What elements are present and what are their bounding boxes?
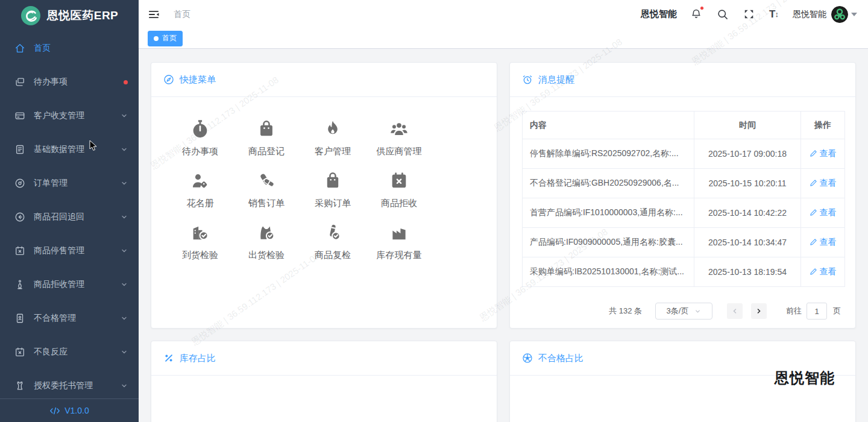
avatar[interactable]: [831, 6, 848, 23]
sidebar-item-label: 授权委托书管理: [34, 380, 121, 391]
quick-item-purchase-orders[interactable]: 采购订单: [300, 171, 366, 209]
chevron-down-icon: [121, 112, 128, 119]
rook-icon: [14, 380, 25, 391]
sidebar-item-label: 商品停售管理: [34, 245, 121, 256]
message-content: 不合格登记编码:GBH20250929006,名...: [523, 169, 694, 198]
sidebar-item-label: 客户收支管理: [34, 110, 121, 121]
bag-check-icon: [256, 222, 277, 243]
sidebar-item-todo[interactable]: 待办事项: [0, 65, 139, 99]
sidebar-item-authorization[interactable]: 授权委托书管理: [0, 369, 139, 398]
quick-item-customers[interactable]: 客户管理: [300, 119, 366, 157]
view-link[interactable]: 查看: [810, 178, 837, 189]
pencil-icon: [810, 238, 817, 246]
sidebar-item-label: 不良反应: [34, 347, 121, 357]
active-tab-dot: [154, 36, 159, 41]
arrow-left-circle-icon: [14, 212, 25, 222]
quick-item-arrival-inspection[interactable]: 到货检验: [167, 222, 233, 261]
sidebar-item-nonconforming[interactable]: 不合格管理: [0, 301, 139, 335]
version-label: V1.0.0: [64, 406, 89, 415]
text-size-icon: T: [769, 8, 775, 20]
sidebar-item-label: 基础数据管理: [34, 144, 121, 155]
quick-item-shipment-inspection[interactable]: 出货检验: [233, 222, 300, 261]
header-actions: 恩悦智能 T↕: [641, 6, 857, 23]
quick-item-suppliers[interactable]: 供应商管理: [366, 119, 432, 157]
sidebar-item-reject[interactable]: 商品拒收管理: [0, 268, 139, 301]
view-link[interactable]: 查看: [810, 148, 837, 159]
version-footer: V1.0.0: [0, 398, 139, 422]
sidebar: 恩悦医药ERP 首页 待办事项 客户收支管理: [0, 0, 139, 422]
home-icon: [14, 43, 25, 54]
column-header-time: 时间: [694, 112, 801, 139]
quick-item-todo[interactable]: 待办事项: [167, 119, 233, 157]
notifications-button[interactable]: [690, 8, 702, 20]
message-content: 采购单编码:IB202510130001,名称:测试...: [523, 257, 694, 287]
search-button[interactable]: [717, 8, 729, 20]
quick-item-label: 待办事项: [182, 146, 218, 157]
pagination-total: 共 132 条: [609, 306, 642, 316]
pagination: 共 132 条 3条/页 前往 页: [522, 303, 841, 320]
fullscreen-button[interactable]: [743, 8, 755, 20]
sidebar-item-home[interactable]: 首页: [0, 31, 139, 65]
message-content: 产品编码:IF0909000005,通用名称:胶囊...: [523, 228, 694, 257]
goto-label: 前往: [786, 306, 802, 316]
pencil-icon: [810, 150, 817, 157]
sidebar-item-label: 订单管理: [34, 178, 121, 189]
table-row: 首营产品编码:IF1010000003,通用名称:... 2025-10-14 …: [523, 198, 845, 228]
sidebar-item-recall[interactable]: 商品召回追回: [0, 200, 139, 234]
sidebar-item-label: 商品召回追回: [34, 212, 121, 222]
inventory-card-header: 库存占比: [151, 341, 497, 376]
stopwatch-icon: [190, 119, 210, 139]
quick-item-product-recheck[interactable]: 商品复检: [300, 222, 366, 261]
tab-home[interactable]: 首页: [148, 31, 183, 46]
sidebar-item-label: 商品拒收管理: [34, 279, 121, 290]
sidebar-item-adverse-reaction[interactable]: 不良反应: [0, 335, 139, 369]
pencil-icon: [810, 179, 817, 187]
credit-card-icon: [14, 110, 25, 121]
handbag-icon: [256, 119, 277, 139]
quick-item-product-reject[interactable]: 商品拒收: [366, 171, 432, 209]
chevron-right-icon: [755, 307, 763, 315]
table-row: 不合格登记编码:GBH20250929006,名... 2025-10-15 1…: [523, 169, 845, 198]
prev-page-button[interactable]: [727, 303, 743, 319]
calendar-x-icon: [389, 171, 409, 191]
message-time: 2025-10-13 18:19:54: [694, 257, 801, 287]
page-number-input[interactable]: [807, 303, 827, 320]
calendar-x-icon: [14, 245, 25, 256]
view-link[interactable]: 查看: [810, 207, 837, 218]
message-time: 2025-10-14 10:42:22: [694, 198, 801, 228]
quick-item-stock-on-hand[interactable]: 库存现有量: [366, 222, 432, 261]
quick-item-label: 库存现有量: [377, 250, 422, 261]
table-header-row: 内容 时间 操作: [523, 112, 845, 139]
font-size-button[interactable]: T↕: [769, 8, 778, 20]
id-card-icon: [14, 313, 25, 324]
quick-item-roster[interactable]: 花名册: [167, 171, 233, 209]
percent-icon: [163, 353, 174, 364]
quick-menu-card: 快捷菜单 待办事项 商品登记 客户管理: [151, 62, 497, 329]
view-link[interactable]: 查看: [810, 237, 837, 248]
sidebar-item-orders[interactable]: 订单管理: [0, 166, 139, 200]
sidebar-item-label: 待办事项: [34, 77, 118, 87]
compass-icon: [14, 178, 25, 189]
user-menu-caret-icon[interactable]: [851, 13, 857, 16]
chevron-down-icon: [121, 348, 128, 356]
building-check-icon: [190, 222, 210, 243]
inventory-ratio-card: 库存占比: [151, 341, 497, 422]
sidebar-collapse-icon[interactable]: [147, 8, 160, 21]
page-suffix-label: 页: [833, 306, 841, 316]
next-page-button[interactable]: [751, 303, 767, 319]
quick-item-product-register[interactable]: 商品登记: [233, 119, 300, 157]
card-title: 库存占比: [180, 353, 216, 364]
quick-item-label: 商品复检: [315, 250, 351, 261]
sidebar-item-customer-finance[interactable]: 客户收支管理: [0, 99, 139, 133]
test-tube-check-icon: [322, 222, 343, 243]
sidebar-item-stop-sale[interactable]: 商品停售管理: [0, 234, 139, 268]
pencil-icon: [810, 209, 817, 216]
page-size-select[interactable]: 3条/页: [655, 303, 712, 320]
avatar-image: [831, 6, 848, 23]
sidebar-item-base-data[interactable]: 基础数据管理: [0, 133, 139, 166]
quick-item-label: 供应商管理: [377, 146, 422, 157]
quick-item-sales-orders[interactable]: 销售订单: [233, 171, 300, 209]
fullscreen-icon: [743, 8, 755, 20]
view-link[interactable]: 查看: [810, 266, 837, 277]
company-label: 恩悦智能: [641, 8, 677, 20]
